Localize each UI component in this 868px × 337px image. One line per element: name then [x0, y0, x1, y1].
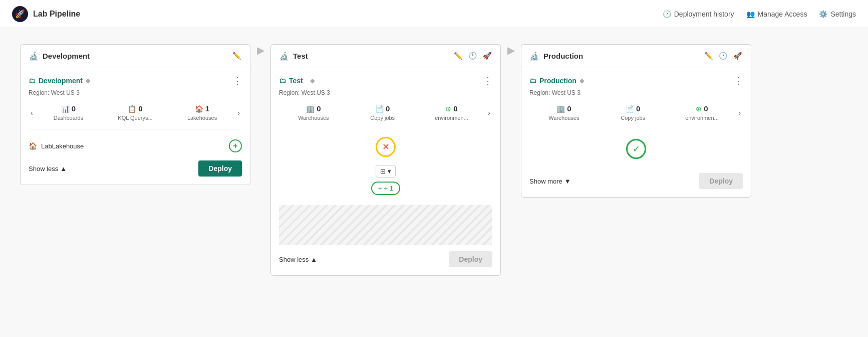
stat-num-env-prod: 0 — [704, 104, 708, 113]
stat-icon-warehouses-test: 🏢 — [306, 105, 315, 113]
app-header: 🚀 Lab Pipeline 🕐 Deployment history 👥 Ma… — [0, 0, 868, 28]
arrow-right-icon: ▶ — [257, 44, 264, 56]
card-stats-test: 🏢 0 Warehouses 📄 0 Copy jobs — [279, 104, 492, 121]
deploy-select-test[interactable]: ⊞ ▾ — [376, 165, 396, 178]
manage-access-btn[interactable]: 👥 Manage Access — [746, 10, 807, 18]
add-lakehouse-btn[interactable]: + — [229, 139, 242, 152]
stat-num-warehouses-prod: 0 — [567, 104, 571, 113]
stat-num-copy-test: 0 — [386, 104, 390, 113]
manage-access-icon: 👥 — [746, 10, 755, 18]
stat-label-env-test: environmen... — [435, 115, 468, 121]
diamond-icon-prod: ◆ — [580, 77, 584, 84]
card-header-production: 🗂 Production ◆ ⋮ — [529, 75, 743, 86]
stat-env-prod: ⊕ 0 environmen... — [668, 104, 737, 121]
stat-num-warehouses-test: 0 — [317, 104, 321, 113]
app-icon: 🚀 — [12, 6, 28, 22]
stat-copy-prod: 📄 0 Copy jobs — [599, 104, 668, 121]
card-workspace-icon-dev: 🗂 — [29, 77, 36, 85]
show-less-test-btn[interactable]: Show less ▲ — [279, 256, 317, 263]
stage-name-development: Development — [43, 52, 90, 60]
add-stage-btn-test[interactable]: + + 1 — [371, 182, 400, 195]
lakehouse-item-name: LabLakehouse — [41, 142, 84, 150]
edit-test-btn[interactable]: ✏️ — [453, 51, 463, 61]
card-header-test: 🗂 Test_ ◆ ⋮ — [279, 75, 492, 86]
stat-icon-warehouses-prod: 🏢 — [556, 105, 565, 113]
stats-next-prod[interactable]: › — [736, 107, 743, 119]
settings-icon: ⚙️ — [819, 10, 827, 18]
stat-dashboards: 📊 0 Dashboards — [35, 104, 102, 121]
card-workspace-icon-test: 🗂 — [279, 77, 286, 85]
card-item-lablakehouse: 🏠 LabLakehouse + — [29, 135, 242, 156]
stat-icon-env-test: ⊕ — [445, 105, 451, 113]
card-menu-test[interactable]: ⋮ — [483, 75, 492, 86]
stage-header-production: 🔬 Production ✏️ 🕐 🚀 — [521, 44, 751, 67]
hatched-area-test — [279, 205, 492, 245]
deployment-history-btn[interactable]: 🕐 Deployment history — [663, 10, 734, 18]
diamond-icon-test: ◆ — [310, 77, 315, 84]
deploy-settings-production-btn[interactable]: 🚀 — [732, 51, 743, 61]
card-menu-prod[interactable]: ⋮ — [734, 75, 743, 86]
card-footer-prod: Show more ▼ Deploy — [529, 173, 743, 189]
arrow-dev-to-test: ▶ — [250, 44, 270, 56]
deploy-dev-btn[interactable]: Deploy — [198, 160, 242, 177]
edit-production-btn[interactable]: ✏️ — [703, 51, 714, 61]
stats-next-dev[interactable]: › — [235, 107, 242, 119]
card-divider-dev — [29, 129, 242, 129]
stat-warehouses-test: 🏢 0 Warehouses — [279, 104, 348, 121]
stat-icon-lakehouses: 🏠 — [195, 105, 203, 113]
stage-production: 🔬 Production ✏️ 🕐 🚀 🗂 Production ◆ ⋮ — [521, 44, 751, 198]
stat-num-lakehouses: 1 — [205, 104, 209, 113]
deploy-settings-test-btn[interactable]: 🚀 — [482, 51, 492, 61]
show-less-dev-btn[interactable]: Show less ▲ — [29, 165, 67, 173]
card-production: 🗂 Production ◆ ⋮ Region: West US 3 🏢 0 W… — [521, 67, 751, 198]
plus-icon: + — [378, 185, 382, 192]
status-success-prod: ✓ — [626, 139, 646, 159]
card-region-prod: Region: West US 3 — [529, 89, 743, 96]
stage-header-development: 🔬 Development ✏️ — [20, 44, 250, 67]
deploy-in-progress-test: ✕ ⊞ ▾ + + 1 — [279, 129, 492, 199]
lakehouse-item-icon: 🏠 — [29, 142, 37, 150]
arrow-right-icon-2: ▶ — [507, 44, 515, 56]
card-header-development: 🗂 Development ◆ ⋮ — [29, 75, 242, 86]
edit-development-btn[interactable]: ✏️ — [231, 51, 242, 61]
app-title: Lab Pipeline — [33, 10, 80, 19]
card-stats-prod: 🏢 0 Warehouses 📄 0 Copy jobs — [529, 104, 743, 121]
stat-label-warehouses-test: Warehouses — [298, 115, 329, 121]
history-production-btn[interactable]: 🕐 — [718, 51, 728, 61]
card-test: 🗂 Test_ ◆ ⋮ Region: West US 3 🏢 0 Wareho… — [270, 67, 501, 276]
arrow-test-to-prod: ▶ — [501, 44, 521, 56]
status-success-area-prod: ✓ — [529, 129, 743, 169]
stat-label-lakehouses: Lakehouses — [187, 115, 217, 121]
settings-btn[interactable]: ⚙️ Settings — [819, 10, 856, 18]
card-stats-dev: ‹ 📊 0 Dashboards 📋 0 KQL Querys.. — [29, 104, 242, 121]
history-test-btn[interactable]: 🕐 — [467, 51, 478, 61]
header-actions: 🕐 Deployment history 👥 Manage Access ⚙️ … — [663, 10, 856, 18]
stat-icon-copy-prod: 📄 — [626, 105, 634, 113]
stage-development: 🔬 Development ✏️ 🗂 Development ◆ ⋮ Regio… — [20, 44, 250, 185]
app-title-group: 🚀 Lab Pipeline — [12, 6, 80, 22]
stat-kql: 📋 0 KQL Querys... — [102, 104, 169, 121]
stat-label-copy-test: Copy jobs — [370, 115, 395, 121]
stage-name-test: Test — [293, 52, 308, 60]
stat-label-dashboards: Dashboards — [54, 115, 83, 121]
stat-label-warehouses-prod: Warehouses — [548, 115, 579, 121]
stat-icon-copy-test: 📄 — [375, 105, 384, 113]
stat-env-test: ⊕ 0 environmen... — [417, 104, 486, 121]
stage-icon-production: 🔬 — [529, 51, 539, 61]
stat-copy-test: 📄 0 Copy jobs — [348, 104, 417, 121]
stat-lakehouses: 🏠 1 Lakehouses — [169, 104, 236, 121]
stats-next-test[interactable]: › — [486, 107, 492, 119]
status-warning-test: ✕ — [376, 137, 396, 157]
card-title-development: 🗂 Development ◆ — [29, 77, 90, 85]
card-title-test: 🗂 Test_ ◆ — [279, 77, 315, 85]
deploy-prod-btn: Deploy — [699, 173, 743, 189]
main-content: 🔬 Development ✏️ 🗂 Development ◆ ⋮ Regio… — [0, 28, 868, 337]
stat-icon-dashboards: 📊 — [61, 105, 70, 113]
show-more-prod-btn[interactable]: Show more ▼ — [529, 178, 571, 185]
deploy-test-btn: Deploy — [449, 251, 492, 267]
card-menu-dev[interactable]: ⋮ — [233, 75, 242, 86]
card-development: 🗂 Development ◆ ⋮ Region: West US 3 ‹ 📊 … — [20, 67, 250, 185]
pipeline-stages: 🔬 Development ✏️ 🗂 Development ◆ ⋮ Regio… — [20, 44, 848, 276]
stats-prev-dev[interactable]: ‹ — [29, 107, 35, 119]
card-region-test: Region: West US 3 — [279, 89, 492, 96]
